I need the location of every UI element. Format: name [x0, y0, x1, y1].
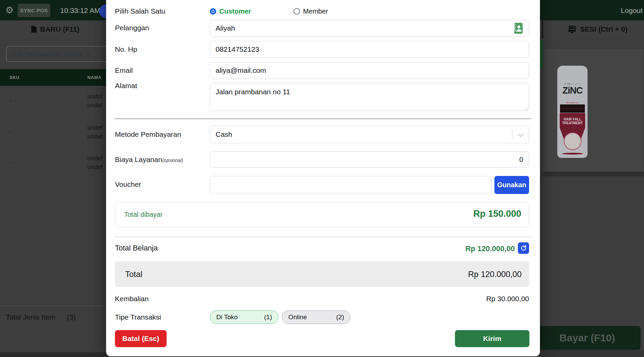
contact-book-icon[interactable]	[513, 23, 523, 34]
pelanggan-field[interactable]	[210, 20, 529, 37]
total-amount: Rp 120.000,00	[468, 270, 522, 279]
refresh-total-button[interactable]	[518, 242, 529, 254]
pill-online[interactable]: Online (2)	[282, 310, 351, 324]
cell-name: undefundef	[87, 154, 103, 172]
radio-member[interactable]	[293, 8, 300, 15]
nohp-label: No. Hp	[115, 45, 137, 53]
product-image-zinc-bottle: フケ防シャンプー ZiNC ANTI HAIR FALL HAIR FALL T…	[557, 66, 588, 158]
bottle-ginseng-circle	[564, 132, 581, 150]
pill-online-key: (2)	[336, 313, 344, 321]
radio-customer-label: Customer	[219, 7, 251, 15]
total-jenis-item: Total Jenis Item (3)	[6, 313, 55, 321]
choose-label: Pilih Salah Satu	[115, 7, 165, 15]
bottle-subtext1: JAPANESE GINSENG	[557, 158, 588, 158]
pill-online-label: Online	[288, 313, 307, 321]
bottle-anti-text: ANTI HAIR FALL	[557, 102, 588, 104]
bottle-dark-band	[560, 104, 585, 113]
bottle-brand: ZiNC	[557, 85, 588, 96]
metode-label: Metode Pembayaran	[115, 130, 181, 139]
total-jenis-count: (3)	[67, 313, 87, 321]
biaya-label: Biaya Layanan(opsional)	[115, 156, 183, 164]
select-separator	[512, 130, 512, 139]
column-nama: NAMA	[87, 69, 101, 86]
kembalian-label: Kembalian	[115, 295, 149, 303]
payment-method-value: Cash	[216, 130, 232, 139]
card-shadow	[543, 172, 644, 176]
chevron-down-icon	[518, 131, 524, 137]
cash-register-icon	[568, 25, 577, 33]
alamat-field[interactable]: Jalan prambanan no 11	[210, 83, 529, 111]
tab-baru-label: BARU (F11)	[40, 25, 80, 33]
pill-di-toko-key: (1)	[264, 313, 272, 321]
radio-member-label: Member	[303, 7, 328, 15]
bottom-strip-right	[540, 350, 644, 357]
dotted-divider	[115, 237, 531, 237]
biaya-layanan-field[interactable]	[210, 151, 529, 168]
tipe-transaksi-label: Tipe Transaksi	[115, 313, 161, 321]
gear-icon[interactable]: ⚙	[5, 5, 14, 16]
biaya-optional-hint: (opsional)	[162, 158, 183, 163]
radio-customer[interactable]	[210, 8, 216, 15]
tab-sesi[interactable]: SESI (Ctrl + 0)	[568, 20, 627, 38]
gunakan-button[interactable]: Gunakan	[494, 176, 529, 194]
cell-sku: -	[10, 97, 12, 104]
kembalian-amount: Rp 30.000,00	[486, 295, 529, 303]
voucher-label: Voucher	[115, 180, 141, 189]
cell-name: undefundef	[87, 92, 103, 110]
customer-type-radio-group: Customer Member	[210, 7, 328, 15]
total-belanja-amount: Rp 120.000,00	[465, 244, 515, 253]
cell-sku: -	[10, 129, 12, 136]
total-row: Total Rp 120.000,00	[115, 261, 529, 287]
kirim-button[interactable]: Kirim	[455, 330, 529, 347]
pelanggan-label: Pelanggan	[115, 24, 149, 32]
alamat-label: Alamat	[115, 82, 137, 90]
voucher-field[interactable]	[210, 176, 492, 193]
hidden-green-panel-edge	[540, 40, 543, 67]
bayar-button[interactable]: Bayar (F10)	[534, 326, 641, 350]
section-divider	[115, 118, 531, 119]
batal-button[interactable]: Batal (Esc)	[115, 330, 167, 347]
total-dibayar-label: Total dibayar	[124, 211, 163, 218]
bottom-strip-left	[0, 352, 106, 357]
total-label: Total	[125, 270, 142, 279]
email-field[interactable]	[210, 62, 529, 79]
total-dibayar-box: Total dibayar Rp 150.000	[115, 202, 529, 227]
clock-time: 10:33:12 AM	[60, 6, 100, 15]
pill-di-toko[interactable]: Di Toko (1)	[210, 310, 278, 324]
email-label: Email	[115, 66, 133, 75]
payment-modal: Pilih Salah Satu Customer Member Pelangg…	[106, 0, 540, 356]
tab-divider	[542, 21, 543, 38]
product-card[interactable]: フケ防シャンプー ZiNC ANTI HAIR FALL HAIR FALL T…	[543, 49, 644, 172]
sync-pos-button[interactable]: SYNC POS	[18, 4, 50, 17]
total-belanja-label: Total Belanja	[115, 244, 158, 253]
tab-baru[interactable]: BARU (F11)	[31, 20, 80, 38]
logout-button[interactable]: Logout	[621, 6, 643, 15]
refresh-icon	[520, 245, 527, 251]
cell-sku: -	[10, 159, 12, 166]
tab-sesi-label: SESI (Ctrl + 0)	[580, 25, 627, 33]
nohp-field[interactable]	[210, 41, 529, 58]
total-dibayar-amount: Rp 150.000	[473, 209, 521, 219]
column-sku: SKU	[10, 69, 19, 86]
bottle-swoosh	[562, 153, 583, 155]
cell-name: undefundef	[87, 123, 103, 141]
document-icon	[31, 26, 37, 33]
payment-method-select[interactable]: Cash	[210, 126, 529, 143]
pill-di-toko-label: Di Toko	[216, 313, 238, 321]
